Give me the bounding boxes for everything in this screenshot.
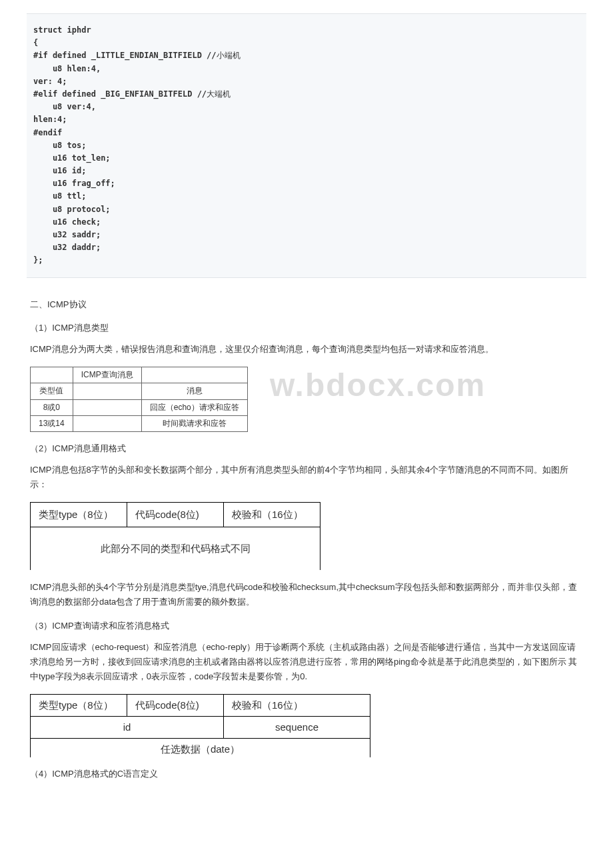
code-line: hlen:4; — [33, 113, 580, 126]
table-cell: 此部分不同的类型和代码格式不同 — [31, 527, 320, 570]
table-cell: sequence — [224, 717, 370, 739]
subsection-title: （2）ICMP消息通用格式 — [30, 442, 583, 456]
table-cell: id — [39, 719, 215, 735]
table-cell: 类型type（8位） — [31, 502, 127, 527]
table-cell: 校验和（16位） — [224, 502, 320, 527]
code-line: ver: 4; — [33, 75, 580, 88]
table-cell: 13或14 — [31, 415, 73, 431]
code-line: #endif — [33, 127, 580, 139]
code-line: u16 frag_off; — [33, 177, 580, 190]
code-line: u8 protocol; — [33, 203, 580, 216]
code-line: u32 saddr; — [33, 229, 580, 241]
table-cell: 任选数据（date） — [31, 739, 370, 758]
paragraph: ICMP回应请求（echo-request）和应答消息（echo-reply）用… — [30, 640, 583, 684]
subsection-title: （1）ICMP消息类型 — [30, 321, 583, 335]
code-line: u8 tos; — [33, 139, 580, 152]
watermark: w.bdocx.com — [270, 360, 486, 411]
code-line: u8 ver:4, — [33, 101, 580, 113]
table-cell: 代码code(8位) — [127, 695, 224, 717]
code-line: u8 hlen:4, — [33, 63, 580, 75]
table-cell: 8或0 — [31, 399, 73, 415]
code-line: #elif defined _BIG_ENFIAN_BITFELD //大端机 — [33, 88, 580, 101]
paragraph: ICMP消息包括8字节的头部和变长数据两个部分，其中所有消息类型头部的前4个字节… — [30, 463, 583, 492]
code-line: struct iphdr — [33, 24, 580, 37]
paragraph: ICMP消息头部的头4个字节分别是消息类型tye,消息代码code和校验和che… — [30, 580, 583, 609]
subsection-title: （4）ICMP消息格式的C语言定义 — [30, 767, 583, 781]
subsection-title: （3）ICMP查询请求和应答消息格式 — [30, 619, 583, 633]
code-line: }; — [33, 254, 580, 267]
code-line: u16 tot_len; — [33, 152, 580, 165]
code-line: u32 daddr; — [33, 241, 580, 254]
table-cell: 校验和（16位） — [224, 695, 370, 717]
section-title: 二、ICMP协议 — [30, 298, 583, 312]
table-cell: 消息 — [141, 383, 247, 399]
code-line: u16 id; — [33, 165, 580, 177]
table-cell: 代码code(8位) — [127, 502, 224, 527]
table-cell: 回应（echo）请求和应答 — [141, 399, 247, 415]
code-line: #if defined _LITTLE_ENDIAN_BITFIELD //小端… — [33, 49, 580, 62]
paragraph: ICMP消息分为两大类，错误报告消息和查询消息，这里仅介绍查询消息，每个查询消息… — [30, 342, 583, 357]
icmp-query-table-wrap: w.bdocx.com ICMP查询消息 类型值 消息 8或0 回应（echo）… — [30, 367, 583, 432]
code-line: u8 ttl; — [33, 190, 580, 203]
table-cell: 类型值 — [31, 383, 73, 399]
icmp-format-table: 类型type（8位） 代码code(8位) 校验和（16位） 此部分不同的类型和… — [30, 502, 320, 570]
icmp-echo-table: 类型type（8位） 代码code(8位) 校验和（16位） id sequen… — [30, 694, 370, 757]
icmp-query-table: ICMP查询消息 类型值 消息 8或0 回应（echo）请求和应答 13或14 … — [30, 367, 248, 432]
table-header: ICMP查询消息 — [73, 367, 141, 383]
code-block: struct iphdr { #if defined _LITTLE_ENDIA… — [27, 13, 586, 278]
table-cell: 类型type（8位） — [31, 695, 127, 717]
code-line: u16 check; — [33, 216, 580, 229]
table-cell: 时间戳请求和应答 — [141, 415, 247, 431]
code-line: { — [33, 37, 580, 49]
